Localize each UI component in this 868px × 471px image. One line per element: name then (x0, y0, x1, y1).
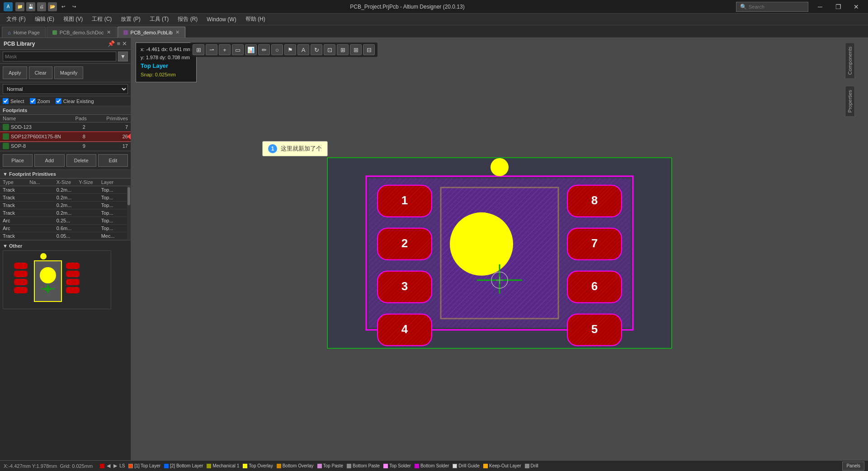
add-track-tool[interactable]: + (219, 44, 231, 55)
panel-close-icon[interactable]: ✕ (122, 40, 127, 47)
layer-next-btn[interactable]: ▶ (113, 463, 118, 469)
flag-tool[interactable]: ⚑ (284, 44, 296, 55)
prim-row-2[interactable]: Track 0.2m... Top... (0, 202, 131, 209)
layer-ls[interactable]: ◀ ▶ LS (100, 463, 125, 469)
clear-existing-checkbox-item[interactable]: Clear Existing (56, 98, 94, 104)
prim-col-layer-header[interactable]: Layer (101, 179, 128, 185)
layer-top-paste[interactable]: Top Paste (317, 463, 343, 468)
restore-button[interactable]: ❐ (830, 0, 846, 13)
layer-mech1[interactable]: Mechanical 1 (207, 463, 239, 468)
select-checkbox-item[interactable]: Select (3, 98, 24, 104)
tab-schdoc[interactable]: PCB_demo.SchDoc ✕ (47, 27, 117, 38)
search-input[interactable] (749, 4, 803, 9)
menu-file[interactable]: 文件 (F) (2, 14, 30, 24)
prim-row-5[interactable]: Arc 0.6m... Top... (0, 225, 131, 232)
menu-window[interactable]: Window (W) (202, 15, 241, 24)
prim-col-type-header[interactable]: Type (3, 179, 29, 185)
zoom-checkbox-item[interactable]: Zoom (30, 98, 50, 104)
place-button[interactable]: Place (3, 154, 33, 167)
layer-top-solder[interactable]: Top Solder (383, 463, 411, 468)
save-icon[interactable]: 💾 (26, 2, 35, 11)
magnify-button[interactable]: Magnify (54, 66, 84, 79)
footprint-row-2[interactable]: SOP-8 9 17 (0, 141, 131, 151)
undo-icon[interactable]: ↩ (59, 2, 68, 11)
properties-tab[interactable]: Properties (845, 86, 855, 117)
menu-project[interactable]: 工程 (C) (87, 14, 116, 24)
mask-input[interactable] (3, 52, 116, 61)
nav-icon[interactable]: 📁 (15, 2, 24, 11)
filter-tool[interactable]: ⊞ (193, 44, 204, 55)
prim-row-3[interactable]: Track 0.2m... Top... (0, 209, 131, 217)
pcb-design-svg[interactable]: 1 2 3 4 8 7 (323, 154, 676, 353)
prim-row-4[interactable]: Arc 0.25... Top... (0, 217, 131, 225)
search-box[interactable]: 🔍 (736, 2, 808, 12)
layer-bottom[interactable]: [2] Bottom Layer (164, 463, 203, 468)
panel-pin-icon[interactable]: 📌 (108, 40, 115, 47)
rectangle-tool[interactable]: ▭ (232, 44, 244, 55)
layer-drill-guide[interactable]: Drill Guide (453, 463, 480, 468)
col-header-pads[interactable]: Pads (66, 116, 97, 121)
grid-tool[interactable]: ⊞ (337, 44, 349, 55)
tab-schdoc-close[interactable]: ✕ (107, 29, 111, 35)
route-tool[interactable]: ⇀ (206, 44, 217, 55)
menu-tools[interactable]: 工具 (T) (145, 14, 174, 24)
mask-dropdown[interactable]: ▼ (118, 52, 128, 61)
expand-tool[interactable]: ⊞ (350, 44, 362, 55)
text-tool[interactable]: A (297, 44, 309, 55)
delete-button[interactable]: Delete (66, 154, 96, 167)
frame-tool[interactable]: ⊡ (324, 44, 335, 55)
print-icon[interactable]: 🖨 (37, 2, 46, 11)
layer-top-overlay[interactable]: Top Overlay (243, 463, 273, 468)
layer-bottom-overlay[interactable]: Bottom Overlay (277, 463, 314, 468)
layer-prev-btn[interactable]: ◀ (106, 463, 111, 469)
primitives-scrollbar[interactable] (127, 186, 131, 240)
select-checkbox[interactable] (3, 98, 9, 104)
prim-col-ysize-header[interactable]: Y-Size (79, 179, 101, 185)
layer-bottom-solder[interactable]: Bottom Solder (415, 463, 449, 468)
prim-xsize-1: 0.2m... (57, 195, 79, 200)
panels-button[interactable]: Panels (842, 462, 864, 471)
menu-report[interactable]: 报告 (R) (173, 14, 202, 24)
prim-row-0[interactable]: Track 0.2m... Top... (0, 186, 131, 194)
zoom-checkbox[interactable] (30, 98, 36, 104)
layer-drill[interactable]: Drill (525, 463, 538, 468)
col-header-name[interactable]: Name (3, 116, 66, 121)
layer-keepout[interactable]: Keep-Out Layer (483, 463, 521, 468)
prim-col-name-header[interactable]: Na... (29, 179, 56, 185)
circle-tool[interactable]: ○ (271, 44, 283, 55)
close-button[interactable]: ✕ (848, 0, 864, 13)
menu-edit[interactable]: 编辑 (E) (30, 14, 59, 24)
apply-button[interactable]: Apply (3, 66, 27, 79)
menu-help[interactable]: 帮助 (H) (241, 14, 270, 24)
edit-button[interactable]: Edit (98, 154, 128, 167)
scrollbar-thumb[interactable] (127, 187, 130, 205)
col-header-primitives[interactable]: Primitives (97, 116, 128, 121)
tab-pcblib-close[interactable]: ✕ (175, 29, 179, 35)
chart-tool[interactable]: 📊 (245, 44, 257, 55)
components-tab[interactable]: Components (845, 42, 855, 79)
prim-row-6[interactable]: Track 0.05... Mec... (0, 232, 131, 240)
panel-menu-icon[interactable]: ≡ (117, 40, 120, 47)
canvas-area[interactable]: x: -4.461 dx: 0.441 mm y: 1.978 dy: 0.70… (131, 38, 868, 460)
open-icon[interactable]: 📂 (48, 2, 57, 11)
layer-top-dot (128, 464, 133, 468)
menu-view[interactable]: 视图 (V) (59, 14, 87, 24)
rotate-tool[interactable]: ↻ (311, 44, 322, 55)
add-button[interactable]: Add (34, 154, 64, 167)
tab-home[interactable]: ⌂ Home Page (2, 27, 46, 38)
brush-tool[interactable]: ✏ (258, 44, 270, 55)
compress-tool[interactable]: ⊟ (363, 44, 375, 55)
clear-existing-checkbox[interactable] (56, 98, 61, 104)
prim-row-1[interactable]: Track 0.2m... Top... (0, 194, 131, 202)
tab-pcblib[interactable]: PCB_demo.PcbLib ✕ (118, 27, 185, 38)
layer-bottom-paste[interactable]: Bottom Paste (347, 463, 380, 468)
minimize-button[interactable]: ─ (812, 0, 828, 13)
clear-button[interactable]: Clear (29, 66, 52, 79)
prim-col-xsize-header[interactable]: X-Size (57, 179, 79, 185)
menu-place[interactable]: 放置 (P) (116, 14, 145, 24)
layer-top[interactable]: [1] Top Layer (128, 463, 160, 468)
normal-select[interactable]: Normal (3, 84, 128, 94)
footprint-row-0[interactable]: SOD-123 2 7 (0, 122, 131, 132)
footprint-row-1[interactable]: SOP127P600X175-8N 8 26 (0, 132, 131, 141)
redo-icon[interactable]: ↪ (70, 2, 79, 11)
